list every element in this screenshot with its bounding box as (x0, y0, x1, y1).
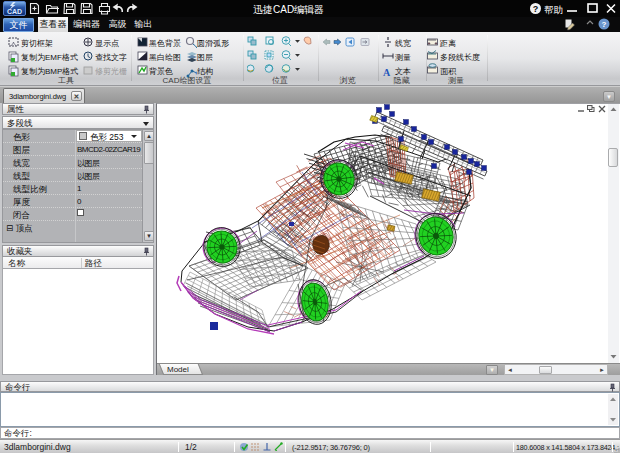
svg-text:CAD: CAD (7, 8, 22, 15)
svg-text:A: A (383, 67, 391, 78)
svg-text:?: ? (602, 20, 607, 29)
